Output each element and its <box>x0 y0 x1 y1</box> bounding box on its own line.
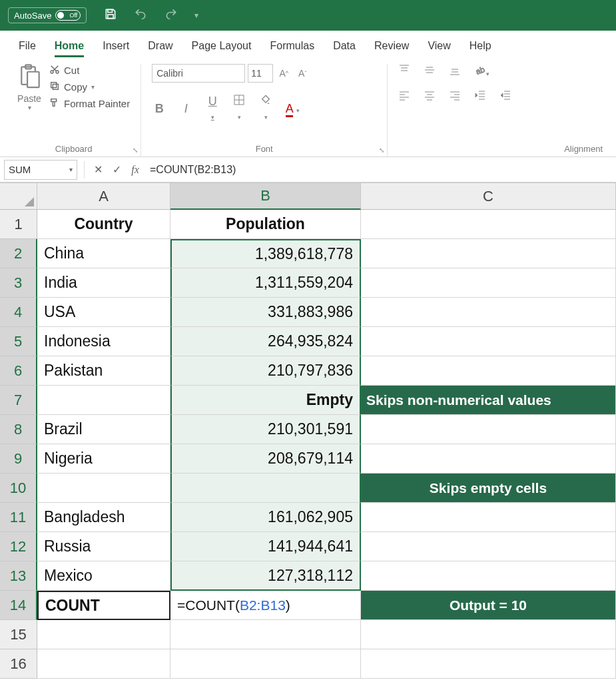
toggle-switch[interactable]: Off <box>55 10 81 21</box>
cell-C6[interactable] <box>361 356 616 386</box>
cell-C1[interactable] <box>361 210 616 239</box>
row-header-10[interactable]: 10 <box>0 474 37 503</box>
column-header-B[interactable]: B <box>170 183 361 210</box>
format-painter-button[interactable]: Format Painter <box>49 97 130 110</box>
decrease-font-size-button[interactable]: Aˇ <box>294 64 310 83</box>
cell-A11[interactable]: Bangladesh <box>37 503 170 532</box>
cell-B9[interactable]: 208,679,114 <box>170 444 361 474</box>
tab-data[interactable]: Data <box>324 36 365 59</box>
cut-button[interactable]: Cut <box>49 64 130 77</box>
tab-home[interactable]: Home <box>45 36 93 59</box>
orientation-button[interactable]: ab▾ <box>474 64 489 79</box>
cell-A4[interactable]: USA <box>37 298 170 327</box>
row-header-2[interactable]: 2 <box>0 239 37 268</box>
row-header-7[interactable]: 7 <box>0 386 37 415</box>
cell-C2[interactable] <box>361 239 616 268</box>
row-header-9[interactable]: 9 <box>0 444 37 474</box>
cell-A16[interactable] <box>37 649 170 679</box>
redo-icon[interactable] <box>164 7 178 23</box>
tab-insert[interactable]: Insert <box>93 36 139 59</box>
cell-C4[interactable] <box>361 298 616 327</box>
cell-C9[interactable] <box>361 444 616 474</box>
cell-C7[interactable]: Skips non-numerical values <box>361 386 616 415</box>
row-header-13[interactable]: 13 <box>0 561 37 591</box>
align-center-button[interactable] <box>424 89 436 104</box>
cell-B10[interactable] <box>170 474 361 503</box>
formula-input[interactable] <box>145 160 616 180</box>
cell-C11[interactable] <box>361 503 616 532</box>
cell-B14[interactable]: =COUNT(B2:B13) <box>170 591 361 620</box>
name-box[interactable]: SUM ▾ <box>4 160 77 180</box>
column-header-A[interactable]: A <box>37 183 170 210</box>
row-header-11[interactable]: 11 <box>0 503 37 532</box>
increase-font-size-button[interactable]: A^ <box>276 64 292 83</box>
cell-A5[interactable]: Indonesia <box>37 327 170 356</box>
copy-button[interactable]: Copy ▾ <box>49 81 130 93</box>
cell-B15[interactable] <box>170 620 361 649</box>
cell-A14[interactable]: COUNT <box>37 591 170 620</box>
cell-C10[interactable]: Skips empty cells <box>361 474 616 503</box>
cell-C16[interactable] <box>361 649 616 679</box>
cell-A13[interactable]: Mexico <box>37 561 170 591</box>
align-middle-button[interactable] <box>424 64 436 79</box>
cell-C12[interactable] <box>361 532 616 561</box>
tab-page-layout[interactable]: Page Layout <box>182 36 261 59</box>
cell-A6[interactable]: Pakistan <box>37 356 170 386</box>
cell-A8[interactable]: Brazil <box>37 415 170 444</box>
tab-formulas[interactable]: Formulas <box>260 36 324 59</box>
cell-A10[interactable] <box>37 474 170 503</box>
align-bottom-button[interactable] <box>449 64 461 79</box>
cell-B6[interactable]: 210,797,836 <box>170 356 361 386</box>
cell-C14[interactable]: Output = 10 <box>361 591 616 620</box>
paste-dropdown-icon[interactable]: ▾ <box>28 104 31 111</box>
cell-A15[interactable] <box>37 620 170 649</box>
row-header-6[interactable]: 6 <box>0 356 37 386</box>
font-dialog-launcher-icon[interactable]: ⤡ <box>379 147 384 154</box>
select-all-corner[interactable] <box>0 183 37 210</box>
name-box-dropdown-icon[interactable]: ▾ <box>69 166 73 173</box>
cell-B1[interactable]: Population <box>170 210 361 239</box>
row-header-16[interactable]: 16 <box>0 649 37 679</box>
row-header-12[interactable]: 12 <box>0 532 37 561</box>
copy-dropdown-icon[interactable]: ▾ <box>91 83 95 91</box>
cell-C15[interactable] <box>361 620 616 649</box>
cell-B2[interactable]: 1,389,618,778 <box>170 239 361 268</box>
font-size-input[interactable] <box>248 64 273 83</box>
cell-C8[interactable] <box>361 415 616 444</box>
undo-icon[interactable] <box>133 7 148 23</box>
cell-B12[interactable]: 141,944,641 <box>170 532 361 561</box>
cell-B8[interactable]: 210,301,591 <box>170 415 361 444</box>
row-header-14[interactable]: 14 <box>0 591 37 620</box>
font-color-button[interactable]: A ▾ <box>285 102 300 116</box>
tab-review[interactable]: Review <box>365 36 418 59</box>
cell-B16[interactable] <box>170 649 361 679</box>
border-button[interactable]: ▾ <box>232 95 246 123</box>
row-header-1[interactable]: 1 <box>0 210 37 239</box>
tab-file[interactable]: File <box>9 36 45 59</box>
increase-indent-button[interactable] <box>499 89 511 104</box>
cell-C3[interactable] <box>361 268 616 298</box>
cell-B11[interactable]: 161,062,905 <box>170 503 361 532</box>
row-header-8[interactable]: 8 <box>0 415 37 444</box>
cell-C13[interactable] <box>361 561 616 591</box>
underline-button[interactable]: U ▾ <box>205 95 220 123</box>
cell-B5[interactable]: 264,935,824 <box>170 327 361 356</box>
align-left-button[interactable] <box>398 89 410 104</box>
row-header-3[interactable]: 3 <box>0 268 37 298</box>
customize-qat-icon[interactable]: ▾ <box>194 11 198 20</box>
cell-B4[interactable]: 331,883,986 <box>170 298 361 327</box>
row-header-5[interactable]: 5 <box>0 327 37 356</box>
cell-A7[interactable] <box>37 386 170 415</box>
cancel-formula-button[interactable]: ✕ <box>89 163 107 176</box>
tab-view[interactable]: View <box>418 36 460 59</box>
align-top-button[interactable] <box>398 64 410 79</box>
cell-A3[interactable]: India <box>37 268 170 298</box>
column-header-C[interactable]: C <box>361 183 616 210</box>
fill-color-button[interactable]: ▾ <box>258 95 273 123</box>
decrease-indent-button[interactable] <box>474 89 486 104</box>
font-name-input[interactable] <box>152 64 245 83</box>
row-header-4[interactable]: 4 <box>0 298 37 327</box>
enter-formula-button[interactable]: ✓ <box>107 163 126 176</box>
insert-function-button[interactable]: fx <box>126 164 145 176</box>
cell-A9[interactable]: Nigeria <box>37 444 170 474</box>
